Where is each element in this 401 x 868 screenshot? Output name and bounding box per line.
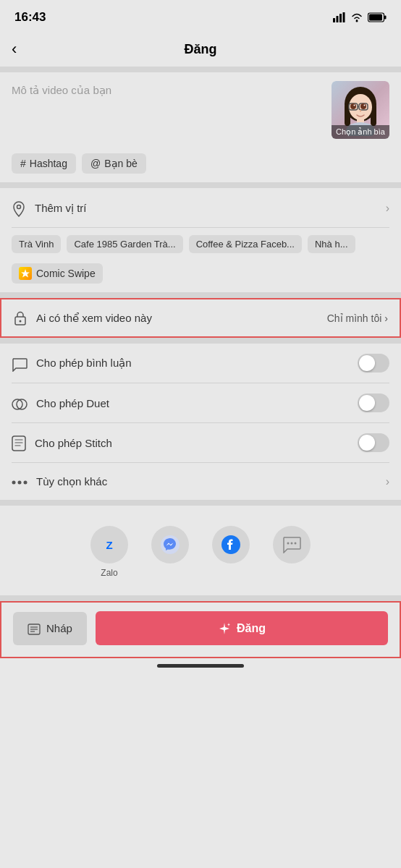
svg-point-32 — [287, 542, 290, 545]
lock-svg — [13, 310, 28, 326]
header-title: Đăng — [185, 42, 217, 57]
svg-point-29 — [24, 481, 28, 485]
chip-nha[interactable]: Nhà h... — [308, 235, 355, 253]
comments-icon — [12, 355, 28, 372]
who-can-view-left: Ai có thể xem video này — [13, 310, 152, 327]
svg-point-15 — [350, 103, 356, 109]
add-location-row[interactable]: Thêm vị trí › — [12, 190, 389, 228]
svg-point-4 — [356, 20, 358, 22]
share-message[interactable] — [273, 526, 311, 578]
more-icon — [12, 473, 28, 490]
zalo-label: Zalo — [101, 568, 117, 578]
duet-toggle[interactable] — [358, 393, 389, 412]
svg-point-34 — [295, 542, 297, 545]
duet-svg — [12, 397, 28, 412]
special-chips-row: Comic Swipe — [0, 260, 401, 292]
who-can-view-chevron: › — [384, 312, 388, 324]
location-left: Thêm vị trí — [12, 200, 87, 217]
svg-point-17 — [354, 105, 355, 106]
friends-label: Bạn bè — [104, 158, 138, 169]
location-chevron: › — [386, 202, 389, 215]
comments-toggle-knob — [359, 355, 375, 371]
svg-point-27 — [12, 481, 16, 485]
location-section: Thêm vị trí › — [0, 190, 401, 228]
more-options-row[interactable]: Tùy chọn khác › — [0, 463, 401, 500]
section-divider-top — [0, 67, 401, 72]
duet-left: Cho phép Duet — [12, 395, 109, 412]
pin-icon — [12, 201, 26, 217]
comments-label: Cho phép bình luận — [36, 357, 132, 370]
friends-button[interactable]: @ Bạn bè — [82, 153, 146, 174]
draft-button[interactable]: Nháp — [13, 612, 87, 645]
more-left: Tùy chọn khác — [12, 473, 107, 490]
signal-icon — [333, 12, 346, 22]
draft-icon — [28, 622, 41, 635]
allow-stitch-row[interactable]: Cho phép Stitch — [0, 423, 401, 462]
message-icon[interactable] — [273, 526, 311, 563]
allow-duet-row[interactable]: Cho phép Duet — [0, 383, 401, 422]
location-chips-row: Trà Vinh Cafe 1985 Garden Trà... Coffee … — [0, 228, 401, 260]
svg-rect-3 — [343, 12, 345, 22]
message-svg — [282, 536, 301, 553]
video-description-placeholder[interactable]: Mô tả video của bạn — [12, 81, 332, 97]
svg-point-21 — [17, 205, 21, 208]
svg-rect-1 — [337, 16, 339, 22]
comment-svg — [12, 357, 28, 372]
home-bar — [157, 664, 244, 668]
settings-section: Cho phép bình luận Cho phép Duet — [0, 344, 401, 500]
facebook-icon[interactable] — [212, 526, 250, 563]
duet-toggle-knob — [359, 395, 375, 411]
zalo-icon[interactable]: Z — [90, 526, 128, 563]
home-indicator — [0, 658, 401, 676]
share-zalo[interactable]: Z Zalo — [90, 526, 128, 578]
post-button[interactable]: Đăng — [96, 611, 388, 645]
battery-icon — [368, 12, 387, 22]
cover-label[interactable]: Chọn ảnh bìa — [332, 125, 389, 139]
sparkle-svg — [218, 622, 231, 635]
stitch-toggle[interactable] — [358, 433, 389, 452]
tag-row: # Hashtag @ Bạn bè — [0, 148, 401, 182]
who-can-view-row[interactable]: Ai có thể xem video này Chỉ mình tôi › — [1, 299, 400, 337]
stitch-icon — [12, 435, 26, 452]
comic-swipe-chip[interactable]: Comic Swipe — [12, 263, 103, 284]
hashtag-button[interactable]: # Hashtag — [12, 153, 76, 174]
who-can-view-section: Ai có thể xem video này Chỉ mình tôi › — [0, 298, 401, 339]
draft-svg — [28, 624, 41, 635]
stitch-svg — [12, 435, 26, 451]
add-location-label: Thêm vị trí — [35, 202, 87, 215]
status-time: 16:43 — [14, 10, 46, 25]
section-divider-6 — [0, 595, 401, 601]
messenger-icon[interactable] — [151, 526, 189, 563]
section-divider-5 — [0, 500, 401, 506]
svg-rect-6 — [384, 16, 387, 20]
svg-rect-0 — [333, 18, 335, 22]
stitch-toggle-knob — [359, 435, 375, 451]
more-options-label: Tùy chọn khác — [36, 475, 107, 488]
status-icons — [333, 12, 387, 22]
section-divider-4 — [0, 338, 401, 344]
share-section: Z Zalo — [0, 506, 401, 595]
hashtag-label: Hashtag — [30, 158, 67, 169]
share-facebook[interactable] — [212, 526, 250, 578]
stitch-left: Cho phép Stitch — [12, 435, 112, 452]
svg-point-18 — [364, 105, 366, 106]
back-button[interactable]: ‹ — [12, 40, 17, 59]
svg-rect-7 — [369, 14, 382, 21]
svg-point-28 — [18, 481, 22, 485]
video-thumbnail[interactable]: Chọn ảnh bìa — [332, 81, 389, 139]
who-can-view-text: Chỉ mình tôi — [327, 312, 382, 324]
share-icons-row: Z Zalo — [0, 520, 401, 584]
svg-point-33 — [291, 542, 293, 545]
comments-toggle[interactable] — [358, 354, 389, 373]
section-divider-2 — [0, 182, 401, 188]
chip-tra-vinh[interactable]: Trà Vinh — [12, 235, 61, 253]
svg-point-23 — [20, 320, 22, 323]
share-messenger[interactable] — [151, 526, 189, 578]
comic-swipe-label: Comic Swipe — [36, 268, 96, 279]
status-bar: 16:43 — [0, 0, 401, 32]
chip-cafe-1985[interactable]: Cafe 1985 Garden Trà... — [67, 235, 182, 253]
chip-coffee-pizza[interactable]: Coffee & Pizza Faceb... — [189, 235, 302, 253]
allow-comments-row[interactable]: Cho phép bình luận — [0, 344, 401, 383]
who-can-view-value: Chỉ mình tôi › — [327, 312, 388, 324]
hashtag-icon: # — [20, 158, 26, 169]
